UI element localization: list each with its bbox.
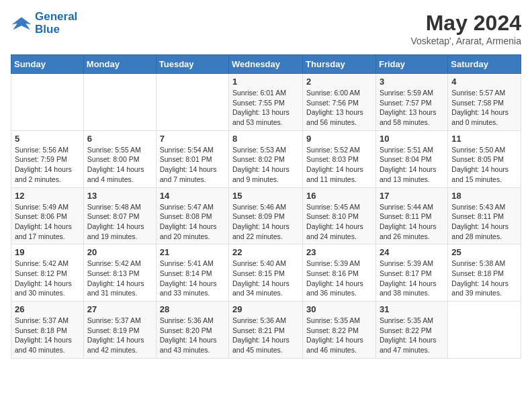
- day-info: Sunrise: 5:42 AMSunset: 8:12 PMDaylight:…: [15, 259, 80, 298]
- calendar-header-row: SundayMondayTuesdayWednesdayThursdayFrid…: [11, 55, 521, 74]
- calendar-cell: 12Sunrise: 5:49 AMSunset: 8:06 PMDayligh…: [11, 187, 84, 244]
- calendar-cell: 10Sunrise: 5:51 AMSunset: 8:04 PMDayligh…: [375, 130, 447, 187]
- calendar-cell: 25Sunrise: 5:38 AMSunset: 8:18 PMDayligh…: [448, 244, 521, 302]
- title-block: May 2024 Vosketap', Ararat, Armenia: [410, 11, 521, 46]
- calendar-cell: 31Sunrise: 5:35 AMSunset: 8:22 PMDayligh…: [375, 302, 447, 359]
- weekday-header-wednesday: Wednesday: [229, 55, 303, 74]
- day-info: Sunrise: 5:38 AMSunset: 8:18 PMDaylight:…: [451, 259, 517, 298]
- weekday-header-thursday: Thursday: [303, 55, 376, 74]
- calendar-cell: 27Sunrise: 5:37 AMSunset: 8:19 PMDayligh…: [83, 302, 156, 359]
- day-info: Sunrise: 6:00 AMSunset: 7:56 PMDaylight:…: [306, 88, 372, 128]
- day-number: 5: [15, 134, 80, 144]
- logo: General Blue: [11, 11, 77, 36]
- calendar-cell: 1Sunrise: 6:01 AMSunset: 7:55 PMDaylight…: [229, 74, 303, 131]
- day-number: 3: [380, 77, 444, 87]
- day-info: Sunrise: 5:36 AMSunset: 8:20 PMDaylight:…: [160, 316, 225, 355]
- day-number: 15: [232, 191, 299, 201]
- day-info: Sunrise: 5:49 AMSunset: 8:06 PMDaylight:…: [15, 202, 80, 242]
- calendar-cell: 8Sunrise: 5:53 AMSunset: 8:02 PMDaylight…: [229, 130, 303, 187]
- location-subtitle: Vosketap', Ararat, Armenia: [410, 36, 521, 46]
- day-number: 10: [380, 134, 444, 144]
- weekday-header-saturday: Saturday: [448, 55, 521, 74]
- day-info: Sunrise: 5:53 AMSunset: 8:02 PMDaylight:…: [232, 145, 299, 185]
- day-info: Sunrise: 5:48 AMSunset: 8:07 PMDaylight:…: [87, 202, 152, 242]
- day-number: 22: [232, 247, 299, 257]
- weekday-header-monday: Monday: [83, 55, 156, 74]
- svg-marker-0: [12, 17, 32, 30]
- day-info: Sunrise: 5:39 AMSunset: 8:16 PMDaylight:…: [306, 259, 372, 298]
- day-number: 7: [160, 134, 225, 144]
- calendar-week-row: 12Sunrise: 5:49 AMSunset: 8:06 PMDayligh…: [11, 187, 521, 244]
- day-info: Sunrise: 5:56 AMSunset: 7:59 PMDaylight:…: [15, 145, 80, 185]
- day-number: 13: [87, 191, 152, 201]
- day-info: Sunrise: 5:35 AMSunset: 8:22 PMDaylight:…: [380, 316, 444, 355]
- day-number: 2: [306, 77, 372, 87]
- day-info: Sunrise: 5:37 AMSunset: 8:19 PMDaylight:…: [87, 316, 152, 355]
- day-number: 19: [15, 247, 80, 257]
- weekday-header-tuesday: Tuesday: [156, 55, 228, 74]
- day-number: 25: [451, 247, 517, 257]
- day-number: 1: [232, 77, 299, 87]
- day-info: Sunrise: 5:35 AMSunset: 8:22 PMDaylight:…: [306, 316, 372, 355]
- calendar-cell: 22Sunrise: 5:40 AMSunset: 8:15 PMDayligh…: [229, 244, 303, 302]
- calendar-cell: 11Sunrise: 5:50 AMSunset: 8:05 PMDayligh…: [448, 130, 521, 187]
- day-number: 9: [306, 134, 372, 144]
- day-info: Sunrise: 5:41 AMSunset: 8:14 PMDaylight:…: [160, 259, 225, 298]
- page-header: General Blue May 2024 Vosketap', Ararat,…: [11, 11, 521, 46]
- day-number: 11: [451, 134, 517, 144]
- calendar-week-row: 26Sunrise: 5:37 AMSunset: 8:18 PMDayligh…: [11, 302, 521, 359]
- month-year-title: May 2024: [410, 11, 521, 36]
- calendar-cell: 15Sunrise: 5:46 AMSunset: 8:09 PMDayligh…: [229, 187, 303, 244]
- day-info: Sunrise: 5:45 AMSunset: 8:10 PMDaylight:…: [306, 202, 372, 242]
- calendar-cell: 2Sunrise: 6:00 AMSunset: 7:56 PMDaylight…: [303, 74, 376, 131]
- day-number: 14: [160, 191, 225, 201]
- calendar-cell: [448, 302, 521, 359]
- day-number: 4: [451, 77, 517, 87]
- day-number: 27: [87, 304, 152, 314]
- day-number: 23: [306, 247, 372, 257]
- calendar-cell: [83, 74, 156, 131]
- calendar-cell: 28Sunrise: 5:36 AMSunset: 8:20 PMDayligh…: [156, 302, 228, 359]
- day-info: Sunrise: 5:44 AMSunset: 8:11 PMDaylight:…: [380, 202, 444, 242]
- day-number: 24: [380, 247, 444, 257]
- day-number: 6: [87, 134, 152, 144]
- calendar-week-row: 1Sunrise: 6:01 AMSunset: 7:55 PMDaylight…: [11, 74, 521, 131]
- day-number: 18: [451, 191, 517, 201]
- day-info: Sunrise: 5:43 AMSunset: 8:11 PMDaylight:…: [451, 202, 517, 242]
- calendar-cell: 7Sunrise: 5:54 AMSunset: 8:01 PMDaylight…: [156, 130, 228, 187]
- day-number: 12: [15, 191, 80, 201]
- day-number: 30: [306, 304, 372, 314]
- calendar-cell: 14Sunrise: 5:47 AMSunset: 8:08 PMDayligh…: [156, 187, 228, 244]
- day-number: 31: [380, 304, 444, 314]
- day-number: 21: [160, 247, 225, 257]
- weekday-header-sunday: Sunday: [11, 55, 84, 74]
- calendar-week-row: 19Sunrise: 5:42 AMSunset: 8:12 PMDayligh…: [11, 244, 521, 302]
- day-info: Sunrise: 5:39 AMSunset: 8:17 PMDaylight:…: [380, 259, 444, 298]
- day-number: 8: [232, 134, 299, 144]
- day-number: 26: [15, 304, 80, 314]
- day-info: Sunrise: 5:52 AMSunset: 8:03 PMDaylight:…: [306, 145, 372, 185]
- day-info: Sunrise: 5:46 AMSunset: 8:09 PMDaylight:…: [232, 202, 299, 242]
- logo-icon: [11, 13, 32, 34]
- day-number: 17: [380, 191, 444, 201]
- day-number: 20: [87, 247, 152, 257]
- calendar-cell: 20Sunrise: 5:42 AMSunset: 8:13 PMDayligh…: [83, 244, 156, 302]
- day-info: Sunrise: 5:57 AMSunset: 7:58 PMDaylight:…: [451, 88, 517, 128]
- calendar-cell: 26Sunrise: 5:37 AMSunset: 8:18 PMDayligh…: [11, 302, 84, 359]
- day-info: Sunrise: 5:40 AMSunset: 8:15 PMDaylight:…: [232, 259, 299, 298]
- calendar-cell: 13Sunrise: 5:48 AMSunset: 8:07 PMDayligh…: [83, 187, 156, 244]
- calendar-cell: 17Sunrise: 5:44 AMSunset: 8:11 PMDayligh…: [375, 187, 447, 244]
- day-info: Sunrise: 5:51 AMSunset: 8:04 PMDaylight:…: [380, 145, 444, 185]
- day-info: Sunrise: 5:55 AMSunset: 8:00 PMDaylight:…: [87, 145, 152, 185]
- calendar-cell: 6Sunrise: 5:55 AMSunset: 8:00 PMDaylight…: [83, 130, 156, 187]
- calendar-table: SundayMondayTuesdayWednesdayThursdayFrid…: [11, 54, 521, 359]
- calendar-cell: 4Sunrise: 5:57 AMSunset: 7:58 PMDaylight…: [448, 74, 521, 131]
- calendar-cell: 23Sunrise: 5:39 AMSunset: 8:16 PMDayligh…: [303, 244, 376, 302]
- day-info: Sunrise: 5:36 AMSunset: 8:21 PMDaylight:…: [232, 316, 299, 355]
- day-number: 16: [306, 191, 372, 201]
- calendar-cell: 9Sunrise: 5:52 AMSunset: 8:03 PMDaylight…: [303, 130, 376, 187]
- calendar-week-row: 5Sunrise: 5:56 AMSunset: 7:59 PMDaylight…: [11, 130, 521, 187]
- calendar-cell: 21Sunrise: 5:41 AMSunset: 8:14 PMDayligh…: [156, 244, 228, 302]
- calendar-cell: 5Sunrise: 5:56 AMSunset: 7:59 PMDaylight…: [11, 130, 84, 187]
- day-info: Sunrise: 5:47 AMSunset: 8:08 PMDaylight:…: [160, 202, 225, 242]
